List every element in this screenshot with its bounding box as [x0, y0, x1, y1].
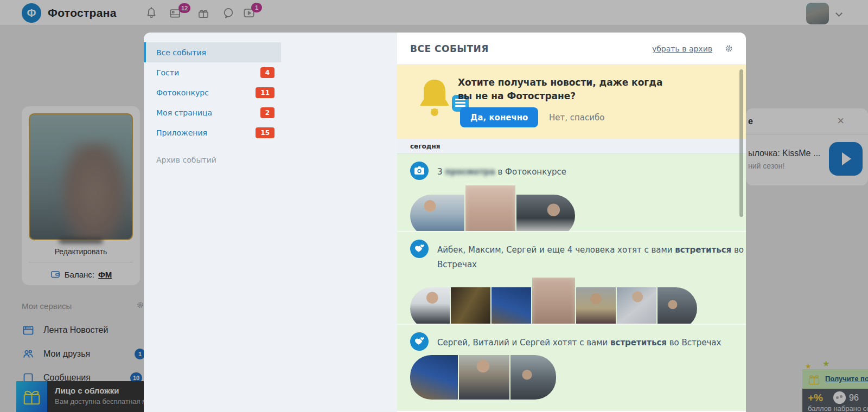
- notification-bell-icon: [415, 75, 454, 121]
- event-photos: [410, 278, 697, 330]
- camera-icon: [410, 162, 429, 180]
- menu-item-apps[interactable]: Приложения 15: [144, 123, 281, 143]
- menu-item-label: Фотоконкурс: [156, 88, 209, 97]
- subscribe-banner: Хотите получать новости, даже когда вы н…: [397, 65, 746, 139]
- hearts-icon: [410, 240, 429, 258]
- event-photos: [410, 185, 575, 237]
- subscribe-question: Хотите получать новости, даже когда вы н…: [458, 76, 662, 103]
- menu-badge: 2: [260, 107, 275, 118]
- menu-item-archive[interactable]: Архив событий: [144, 156, 281, 164]
- menu-item-label: Все события: [156, 48, 206, 57]
- event-photos: [410, 355, 556, 400]
- event-row-meetings[interactable]: Айбек, Максим, Сергей и еще 4 человека х…: [397, 231, 746, 324]
- settings-gear-icon[interactable]: [724, 43, 734, 56]
- day-label: сегодня: [397, 139, 746, 154]
- events-content-header: ВСЕ СОБЫТИЯ убрать в архив: [397, 33, 746, 65]
- event-photo[interactable]: [465, 185, 515, 237]
- menu-item-label: Гости: [156, 68, 179, 77]
- events-modal: Все события Гости 4 Фотоконкурс 11 Моя с…: [144, 33, 746, 412]
- events-menu: Все события Гости 4 Фотоконкурс 11 Моя с…: [144, 42, 281, 143]
- hearts-icon: [410, 332, 429, 351]
- event-row-meetings[interactable]: Сергей, Виталий и Сергей хотят с вами вс…: [397, 324, 746, 411]
- event-text: Айбек, Максим, Сергей и еще 4 человека х…: [437, 243, 746, 272]
- event-row-photocontest[interactable]: 3 просмотра в Фотоконкурсе: [397, 154, 746, 231]
- archive-all-link[interactable]: убрать в архив: [652, 44, 712, 53]
- menu-badge: 11: [256, 87, 275, 98]
- event-photo[interactable]: [459, 355, 509, 400]
- menu-item-all-events[interactable]: Все события: [144, 42, 281, 62]
- event-text: 3 просмотра в Фотоконкурсе: [437, 165, 746, 179]
- events-list: 3 просмотра в Фотоконкурсе Айбек, Максим…: [397, 154, 746, 411]
- menu-item-guests[interactable]: Гости 4: [144, 62, 281, 82]
- page: Ф Фотострана 12 1 Редактировать Баланс:: [0, 0, 868, 412]
- event-photo[interactable]: [532, 278, 575, 330]
- subscribe-yes-button[interactable]: Да, конечно: [460, 107, 538, 127]
- event-photo[interactable]: [510, 355, 556, 400]
- modal-scrollbar[interactable]: [739, 69, 743, 217]
- menu-badge: 15: [256, 127, 275, 138]
- menu-badge: 4: [260, 67, 275, 78]
- menu-item-photocontest[interactable]: Фотоконкурс 11: [144, 82, 281, 102]
- event-photo[interactable]: [410, 355, 458, 400]
- events-content: ВСЕ СОБЫТИЯ убрать в архив Хотите получа…: [397, 33, 746, 412]
- menu-item-label: Приложения: [156, 128, 207, 137]
- menu-item-my-page[interactable]: Моя страница 2: [144, 102, 281, 123]
- events-title: ВСЕ СОБЫТИЯ: [410, 43, 489, 54]
- event-text: Сергей, Виталий и Сергей хотят с вами вс…: [437, 336, 746, 350]
- menu-item-label: Моя страница: [156, 108, 212, 117]
- subscribe-no-link[interactable]: Нет, спасибо: [549, 113, 604, 123]
